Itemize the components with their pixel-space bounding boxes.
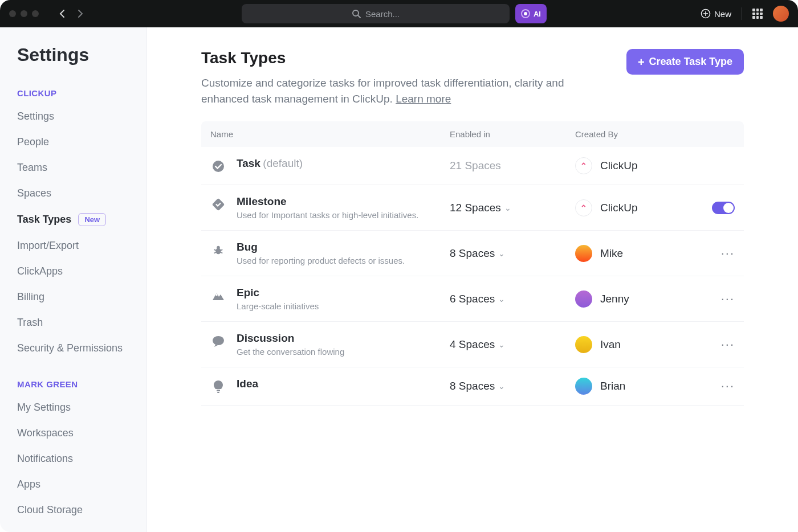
sidebar-item-task-types[interactable]: Task Types New [17,213,129,226]
sidebar-item-label: Notifications [17,453,73,465]
created-by-cell: Mike [575,245,695,262]
svg-line-1 [358,15,360,18]
search-icon [352,9,361,18]
divider [742,7,742,20]
page-description: Customize and categorize tasks for impro… [201,75,566,107]
more-actions-button[interactable]: ··· [721,292,735,306]
table-row: Epic Large-scale initiatives 6 Spaces ⌄ … [201,276,744,322]
new-badge: New [78,213,106,226]
ai-icon [521,9,530,18]
lightbulb-icon [210,379,226,395]
more-actions-button[interactable]: ··· [721,246,735,261]
plus-circle-icon [701,9,711,19]
sidebar-item-settings[interactable]: Settings [17,111,129,122]
task-type-description: Get the conversation flowing [237,347,344,357]
minimize-window-icon[interactable] [21,10,27,17]
chat-bubble-icon [210,333,226,349]
task-types-table: Name Enabled in Created By Task (default… [201,121,744,406]
task-type-name: Idea [237,378,258,390]
page-description-text: Customize and categorize tasks for impro… [201,77,564,105]
user-avatar-icon [575,378,592,395]
table-row: Task (default) 21 Spaces ⌃ ClickUp [201,147,744,185]
enabled-in-dropdown[interactable]: 8 Spaces ⌄ [450,380,575,392]
nav-forward-button[interactable] [73,6,88,21]
chevron-down-icon: ⌄ [504,203,511,212]
sidebar-item-label: Apps [17,478,40,490]
apps-menu-button[interactable] [752,9,763,19]
svg-point-8 [217,246,220,249]
task-type-name: Bug [237,241,405,253]
ai-label: AI [534,10,541,18]
svg-line-11 [214,252,217,253]
sidebar-item-import-export[interactable]: Import/Export [17,240,129,252]
sidebar-item-my-settings[interactable]: My Settings [17,402,129,414]
created-by-cell: ⌃ ClickUp [575,199,695,216]
clickup-logo-icon: ⌃ [575,199,592,216]
sidebar-section-user: MARK GREEN [17,379,129,389]
task-type-default: (default) [263,157,303,169]
sidebar-item-cloud-storage[interactable]: Cloud Storage [17,504,129,516]
task-type-description: Large-scale initiatives [237,301,319,311]
svg-line-10 [221,249,223,251]
sidebar-item-clickapps[interactable]: ClickApps [17,265,129,277]
svg-point-5 [213,161,224,172]
sidebar-item-teams[interactable]: Teams [17,162,129,174]
sidebar-item-label: People [17,136,49,148]
sidebar-item-trash[interactable]: Trash [17,317,129,329]
plus-icon: + [638,56,645,68]
new-button[interactable]: New [701,9,731,19]
sidebar-item-people[interactable]: People [17,136,129,148]
table-row: Milestone Used for Important tasks or hi… [201,185,744,231]
table-row: Bug Used for reporting product defects o… [201,231,744,276]
enable-toggle[interactable] [712,202,735,214]
learn-more-link[interactable]: Learn more [396,93,451,105]
sidebar-item-label: Billing [17,291,44,303]
sidebar-item-notifications[interactable]: Notifications [17,453,129,465]
user-avatar-icon [575,245,592,262]
sidebar-item-apps[interactable]: Apps [17,478,129,490]
task-type-description: Used for Important tasks or high-level i… [237,210,418,220]
search-input[interactable]: Search... [242,4,510,23]
sidebar-item-billing[interactable]: Billing [17,291,129,303]
col-enabled: Enabled in [450,129,575,139]
svg-rect-14 [217,390,220,391]
enabled-in-dropdown[interactable]: 8 Spaces ⌄ [450,247,575,260]
enabled-in-dropdown[interactable]: 12 Spaces ⌄ [450,202,575,214]
chevron-left-icon [59,10,65,18]
creator-name: Brian [600,380,625,392]
chevron-right-icon [78,10,83,18]
user-avatar-icon [575,336,592,353]
sidebar-item-security[interactable]: Security & Permissions [17,342,129,354]
more-actions-button[interactable]: ··· [721,379,735,394]
sidebar-item-label: Import/Export [17,240,79,252]
task-type-name: Task [237,157,260,169]
sidebar-item-spaces[interactable]: Spaces [17,187,129,199]
user-avatar[interactable] [773,6,789,22]
chevron-down-icon: ⌄ [498,249,505,258]
clickup-logo-icon: ⌃ [575,157,592,174]
enabled-count: 8 Spaces [450,247,495,260]
table-header: Name Enabled in Created By [201,121,744,147]
sidebar-item-label: Teams [17,162,47,174]
enabled-count: 12 Spaces [450,202,501,214]
maximize-window-icon[interactable] [32,10,39,17]
table-row: Discussion Get the conversation flowing … [201,322,744,367]
enabled-in-dropdown[interactable]: 6 Spaces ⌄ [450,293,575,305]
svg-line-12 [221,252,223,253]
create-task-type-button[interactable]: + Create Task Type [626,49,744,75]
close-window-icon[interactable] [9,10,16,17]
svg-line-9 [214,249,217,251]
ai-button[interactable]: AI [515,4,547,23]
page-title: Task Types [201,49,566,67]
sidebar-item-workspaces[interactable]: Workspaces [17,427,129,439]
nav-back-button[interactable] [55,6,70,21]
creator-name: Jenny [600,293,629,305]
created-by-cell: ⌃ ClickUp [575,157,695,174]
sidebar-section-workspace: CLICKUP [17,88,129,98]
titlebar: Search... AI New [0,0,798,27]
mountain-icon [210,288,226,304]
task-type-name: Milestone [237,195,418,208]
more-actions-button[interactable]: ··· [721,337,735,352]
sidebar-item-label: ClickApps [17,265,63,277]
enabled-in-dropdown[interactable]: 4 Spaces ⌄ [450,338,575,351]
